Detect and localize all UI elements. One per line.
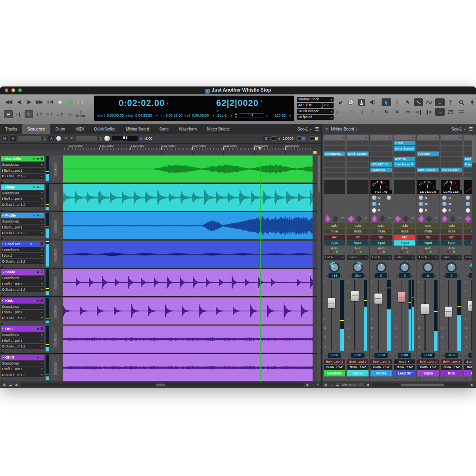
insert-bank-selector[interactable]	[394, 135, 415, 140]
audio-monitor-icon[interactable]	[369, 99, 376, 106]
auto-record-icon[interactable]	[377, 251, 379, 253]
channel-menu-icon[interactable]: ☰	[458, 217, 461, 221]
scroll-right-icon[interactable]: ▶	[307, 383, 309, 387]
track-title-bar[interactable]: ~Kick▶●☰	[1, 298, 44, 303]
track-title-bar[interactable]: ~Mandolin▶●☰	[1, 156, 44, 161]
track-zoom-handle[interactable]	[54, 333, 57, 347]
step-back-button[interactable]: ◀	[14, 98, 23, 106]
plugin-power-icon[interactable]	[348, 216, 354, 222]
tab-tracks[interactable]: Tracks	[0, 124, 22, 134]
volume-value[interactable]: 0.00	[351, 353, 365, 358]
track-source-select[interactable]: Soundbites▼	[1, 247, 44, 252]
track-source-select[interactable]: Soundbites▼	[1, 276, 44, 281]
audio-clip-oh-r[interactable]	[63, 354, 313, 381]
plugin-knob-m[interactable]	[442, 202, 447, 206]
track-record-icon[interactable]: ●	[37, 327, 39, 330]
marker-button[interactable]: M	[2, 136, 8, 141]
pan-right-arrow-icon[interactable]: ▶	[388, 274, 390, 277]
play-button[interactable]: ▶	[66, 98, 75, 106]
stop-button[interactable]: ■	[56, 98, 64, 106]
pan-left-arrow-icon[interactable]: ◀	[396, 274, 398, 277]
roll-tool-icon[interactable]	[446, 108, 455, 116]
fader-cap[interactable]	[445, 307, 452, 317]
tab-mixing-board[interactable]: Mixing Board	[121, 124, 154, 134]
plugin-power-icon[interactable]	[418, 216, 424, 222]
latch-mode-select[interactable]: Latch	[370, 255, 392, 260]
mixer-scroll-left-icon[interactable]: ◀	[366, 383, 369, 387]
upload-mix-icon[interactable]: ⇡	[369, 108, 376, 115]
mute-button[interactable]: mute	[394, 229, 415, 234]
insert-bank-selector[interactable]	[441, 135, 462, 140]
track-zoom-handle[interactable]	[54, 305, 57, 319]
loop-icon[interactable]: ↻	[25, 110, 33, 118]
insert-slot-empty[interactable]	[417, 157, 439, 161]
insert-bank-selector[interactable]	[347, 135, 369, 140]
plugin-knob-t[interactable]	[466, 202, 470, 206]
insert-plugin[interactable]: Dyna-Squash	[394, 146, 415, 151]
auto-play-icon[interactable]	[430, 250, 432, 253]
mixer-horizontal-scrollbar[interactable]	[372, 383, 468, 386]
track-menu-icon[interactable]: ☰	[40, 186, 43, 189]
track-menu-icon[interactable]: ☰	[40, 327, 43, 330]
plugin-knob-g[interactable]	[419, 196, 423, 200]
track-menu-icon[interactable]: ☰	[40, 271, 43, 274]
slip-tool-icon[interactable]	[457, 108, 466, 116]
track-title-bar[interactable]: ~Snare▶●☰	[1, 269, 44, 275]
volume-decrement-icon[interactable]: −	[348, 353, 350, 357]
input-monitor-button[interactable]: input	[347, 240, 369, 246]
audio-clip-fiddle[interactable]	[63, 212, 313, 239]
insert-slot-empty[interactable]	[441, 146, 462, 151]
lcd-seq-selector[interactable]: Seq-1	[217, 113, 227, 117]
track-record-icon[interactable]: ●	[37, 299, 39, 302]
insert-slot-empty[interactable]	[394, 152, 415, 156]
line-tool-icon[interactable]	[414, 98, 423, 106]
fader-cap[interactable]	[328, 298, 335, 308]
track-output-select[interactable]: OBuilt-i...ut 1-2▼	[1, 287, 44, 292]
insert-slot-empty[interactable]	[417, 141, 439, 145]
channel-output-select[interactable]: Built-...t 1-2	[347, 365, 369, 370]
mixer-list-icon[interactable]: ▦	[324, 383, 328, 387]
clock-source-select[interactable]: Internal Clock▼	[297, 97, 334, 102]
insert-bank-selector[interactable]	[370, 135, 392, 140]
tab-waveform[interactable]: Waveform	[174, 124, 202, 134]
insert-tool-icon[interactable]	[467, 98, 476, 106]
pointer-tool-icon[interactable]	[382, 98, 391, 106]
plugin-bypass-icon[interactable]	[450, 216, 455, 222]
pan-right-arrow-icon[interactable]: ▶	[341, 274, 343, 277]
track-play-icon[interactable]: ▶	[33, 271, 36, 274]
input-monitor-button[interactable]: input	[370, 240, 392, 246]
track-record-icon[interactable]: ●	[37, 186, 39, 189]
mixer-scroll-right-icon[interactable]: ▶	[471, 383, 474, 387]
grid-snap-icon[interactable]	[272, 136, 276, 141]
audio-clip-kick[interactable]	[63, 298, 313, 324]
insert-plugin[interactable]: MW Leveler	[417, 168, 439, 172]
scrub-tool-icon[interactable]: ↻	[382, 108, 391, 116]
input-monitor-button[interactable]: input	[394, 240, 415, 246]
reshape-tool-icon[interactable]: ←	[435, 98, 445, 106]
track-zoom-handle[interactable]	[54, 220, 57, 233]
record-arm-button[interactable]: rec	[394, 235, 415, 240]
plugin-bypass-icon[interactable]	[333, 216, 338, 222]
audio-clip-banjo[interactable]	[63, 184, 313, 211]
pencil-tool-icon[interactable]: ✎	[403, 98, 413, 106]
grid-resolution-value[interactable]: 1|0000	[283, 136, 294, 140]
time-ruler[interactable]: 60|4|000061|1|000061|2|000061|3|000061|4…	[0, 144, 321, 155]
pan-knob[interactable]	[421, 261, 435, 273]
mute-button[interactable]: mute	[441, 229, 462, 234]
volume-decrement-icon[interactable]: −	[372, 353, 374, 357]
level-value[interactable]: -2.00	[144, 136, 152, 140]
auto-play-icon[interactable]	[407, 250, 409, 253]
track-output-select[interactable]: OBuilt-i...ut 1-2▼	[1, 202, 44, 207]
track-title-bar[interactable]: ~OH L▶●☰	[1, 326, 44, 332]
add-take-icon[interactable]: ⊕	[66, 110, 75, 118]
channel-output-select[interactable]: Built-...t 1-2	[324, 365, 345, 370]
tab-drum[interactable]: Drum	[50, 124, 70, 134]
bit-depth-select[interactable]: 16 Bit Integer▼	[297, 109, 334, 114]
zoom-out-icon[interactable]: −	[312, 383, 314, 387]
countoff-clock-icon[interactable]	[347, 99, 355, 106]
latch-mode-select[interactable]: Latch	[394, 255, 415, 260]
pan-left-arrow-icon[interactable]: ◀	[349, 274, 351, 277]
horizontal-scrollbar[interactable]	[20, 383, 304, 386]
grid-button[interactable]: G	[263, 136, 269, 141]
track-zoom-handle[interactable]	[54, 276, 57, 290]
